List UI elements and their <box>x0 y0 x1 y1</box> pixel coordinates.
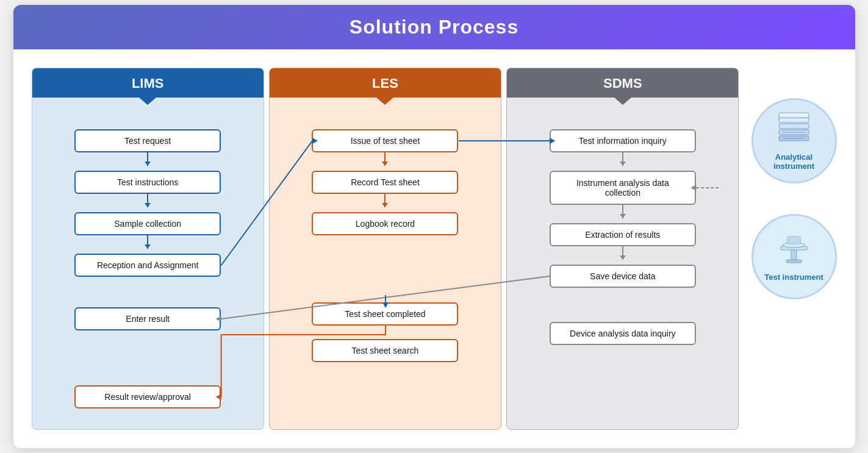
column-les: LES Issue of test sheet Record Test shee… <box>269 68 501 430</box>
lims-box-test-instructions: Test instructions <box>74 171 221 194</box>
sdms-header: SDMS <box>507 68 738 98</box>
arrow-les-1 <box>384 152 386 166</box>
arrow-les-2 <box>384 194 386 207</box>
lims-box-enter-result: Enter result <box>74 307 221 330</box>
arrow-sdms-2 <box>622 205 623 218</box>
lims-box-result-review: Result review/approval <box>74 385 221 408</box>
page-title: Solution Process <box>38 16 831 38</box>
svg-rect-13 <box>779 124 809 129</box>
column-lims: LIMS Test request Test instructions Samp… <box>32 68 264 430</box>
svg-rect-18 <box>786 260 802 263</box>
les-box-issue: Issue of test sheet <box>312 129 458 152</box>
arrow-lims-1 <box>147 152 148 166</box>
lims-box-test-request: Test request <box>74 129 221 152</box>
svg-rect-15 <box>779 113 809 118</box>
instruments-panel: Analytical instrument <box>739 68 837 299</box>
les-box-completed: Test sheet completed <box>312 302 458 326</box>
sdms-body: Test information inquiry Instrument anal… <box>507 98 738 366</box>
arrow-sdms-3 <box>622 246 623 260</box>
test-icon <box>774 232 814 269</box>
svg-rect-23 <box>789 238 799 243</box>
test-label: Test instrument <box>759 273 828 282</box>
les-body: Issue of test sheet Record Test sheet Lo… <box>270 98 501 383</box>
analytical-instrument: Analytical instrument <box>751 98 837 184</box>
sdms-box-extraction: Extraction of results <box>550 223 696 246</box>
column-sdms: SDMS Test information inquiry Instrument… <box>506 68 739 430</box>
lims-header: LIMS <box>32 68 264 98</box>
lims-body: Test request Test instructions Sample co… <box>32 98 264 429</box>
sdms-box-device-inquiry: Device analysis data inquiry <box>550 322 696 345</box>
lims-box-reception: Reception and Assignment <box>74 254 221 277</box>
svg-rect-14 <box>779 118 809 123</box>
analytical-label: Analytical instrument <box>753 152 835 171</box>
les-box-record: Record Test sheet <box>312 171 458 194</box>
main-content: LIMS Test request Test instructions Samp… <box>13 49 855 448</box>
les-header: LES <box>270 68 501 98</box>
arrow-lims-3 <box>147 235 148 249</box>
sdms-box-data-collection: Instrument analysis data collection <box>550 171 696 205</box>
arrow-sdms-1 <box>622 152 623 166</box>
lims-box-sample-collection: Sample collection <box>74 212 221 235</box>
outer-card: Solution Process LIMS Test request Test … <box>13 5 855 448</box>
test-instrument: Test instrument <box>751 214 837 299</box>
les-box-search: Test sheet search <box>312 339 458 362</box>
sdms-box-save-device: Save device data <box>550 265 696 288</box>
sdms-box-info-inquiry: Test information inquiry <box>550 129 696 152</box>
columns-and-svg: LIMS Test request Test instructions Samp… <box>32 68 739 430</box>
arrow-lims-2 <box>147 194 148 207</box>
analytical-icon <box>774 112 814 149</box>
svg-rect-19 <box>791 250 797 260</box>
header-banner: Solution Process <box>13 5 855 49</box>
les-box-logbook: Logbook record <box>312 212 458 235</box>
